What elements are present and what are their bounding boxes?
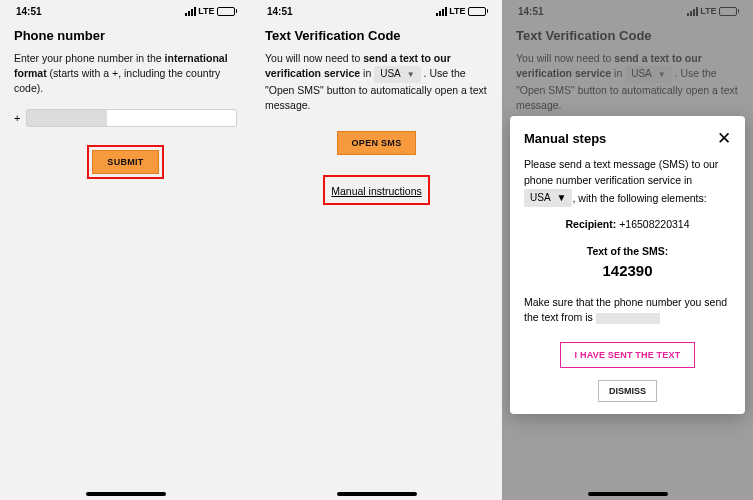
text: Please send a text message (SMS) to our … [524,158,718,186]
modal-title: Manual steps [524,131,606,146]
dismiss-button[interactable]: DISMISS [598,380,657,402]
recipient-label: Recipient: [565,218,616,230]
manual-steps-modal: Manual steps ✕ Please send a text messag… [510,116,745,414]
status-right: LTE [185,6,237,16]
text: , with the following elements: [572,191,706,203]
i-have-sent-button[interactable]: I HAVE SENT THE TEXT [560,342,696,368]
close-icon[interactable]: ✕ [717,130,731,147]
signal-icon [436,7,447,16]
sms-code: 142390 [602,262,652,279]
home-indicator[interactable] [588,492,668,496]
country-value: USA [530,190,551,205]
text: Enter your phone number in the [14,52,165,64]
plus-label: + [14,112,20,124]
open-sms-button[interactable]: OPEN SMS [337,131,417,155]
screen-verification: 14:51 LTE Text Verification Code You wil… [251,0,502,500]
status-time: 14:51 [267,6,293,17]
text: You will now need to [265,52,363,64]
battery-icon [217,7,238,16]
chevron-down-icon: ▼ [557,190,567,205]
battery-icon [468,7,489,16]
status-time: 14:51 [16,6,42,17]
home-indicator[interactable] [86,492,166,496]
signal-icon [185,7,196,16]
instruction-text: You will now need to send a text to our … [265,51,488,113]
manual-instructions-link[interactable]: Manual instructions [331,185,421,197]
status-right: LTE [436,6,488,16]
network-label: LTE [198,6,214,16]
screen-phone-number: 14:51 LTE Phone number Enter your phone … [0,0,251,500]
chevron-down-icon: ▼ [407,69,415,81]
phone-input-row: + [14,109,237,127]
sms-text-label: Text of the SMS: [587,245,668,257]
country-select[interactable]: USA▼ [374,66,420,83]
manual-highlight: Manual instructions [323,175,429,205]
modal-body: Please send a text message (SMS) to our … [524,157,731,326]
page-title: Phone number [14,28,237,43]
modal-country-select[interactable]: USA▼ [524,189,572,207]
network-label: LTE [449,6,465,16]
submit-button[interactable]: SUBMIT [92,150,158,174]
phone-input[interactable] [26,109,237,127]
redacted-number [596,313,660,324]
submit-highlight: SUBMIT [87,145,163,179]
status-bar: 14:51 LTE [251,0,502,20]
status-bar: 14:51 LTE [0,0,251,20]
text: in [360,67,374,79]
instruction-text: Enter your phone number in the internati… [14,51,237,97]
home-indicator[interactable] [337,492,417,496]
screen-manual-steps: 14:51 LTE Text Verification Code You wil… [502,0,753,500]
country-value: USA [380,67,401,82]
page-title: Text Verification Code [265,28,488,43]
recipient-value: +16508220314 [619,218,689,230]
